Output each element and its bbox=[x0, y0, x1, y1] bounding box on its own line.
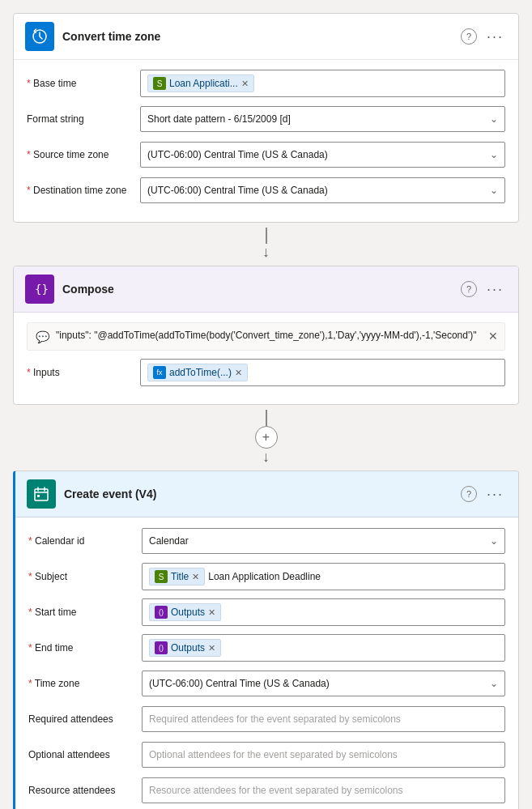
compose-title: Compose bbox=[62, 283, 453, 296]
base-time-input[interactable]: S Loan Applicati... ✕ bbox=[140, 70, 505, 97]
start-time-field[interactable]: () Outputs ✕ bbox=[142, 598, 505, 626]
base-time-label: Base time bbox=[27, 78, 140, 89]
source-tz-arrow: ⌄ bbox=[490, 149, 498, 160]
calendar-icon bbox=[33, 486, 49, 502]
create-event-menu-button[interactable]: ··· bbox=[483, 484, 507, 505]
format-string-row: Format string Short date pattern - 6/15/… bbox=[27, 105, 505, 133]
start-time-label: Start time bbox=[28, 607, 142, 618]
optional-attendees-label: Optional attendees bbox=[28, 749, 142, 760]
end-time-label: End time bbox=[28, 642, 142, 654]
resource-attendees-label: Resource attendees bbox=[28, 785, 142, 796]
end-time-token-remove[interactable]: ✕ bbox=[208, 644, 215, 653]
end-time-token-icon: () bbox=[155, 641, 168, 654]
required-attendees-label: Required attendees bbox=[28, 713, 142, 725]
convert-title: Convert time zone bbox=[62, 30, 453, 43]
create-event-title: Create event (V4) bbox=[64, 488, 453, 500]
source-tz-value: (UTC-06:00) Central Time (US & Canada) bbox=[147, 149, 328, 160]
resource-attendees-field[interactable]: Resource attendees for the event separat… bbox=[142, 777, 505, 803]
time-zone-value: (UTC-06:00) Central Time (US & Canada) bbox=[149, 678, 330, 689]
base-time-token: S Loan Applicati... ✕ bbox=[147, 75, 254, 92]
subject-token-icon: S bbox=[155, 570, 168, 583]
optional-attendees-placeholder: Optional attendees for the event separat… bbox=[149, 749, 398, 760]
required-attendees-field[interactable]: Required attendees for the event separat… bbox=[142, 706, 505, 732]
optional-attendees-row: Optional attendees Optional attendees fo… bbox=[28, 741, 505, 769]
subject-label: Subject bbox=[28, 571, 142, 582]
subject-field[interactable]: S Title ✕ Loan Application Deadline bbox=[142, 563, 505, 590]
base-time-token-remove[interactable]: ✕ bbox=[241, 79, 249, 88]
create-event-header: Create event (V4) ? ··· bbox=[15, 471, 518, 517]
dest-tz-value: (UTC-06:00) Central Time (US & Canada) bbox=[147, 185, 328, 196]
flow-container: Convert time zone ? ··· Base time S Loan… bbox=[0, 0, 532, 809]
svg-text:{}: {} bbox=[35, 283, 48, 296]
connector-line-2 bbox=[266, 410, 267, 426]
compose-header: {} Compose ? ··· bbox=[14, 266, 518, 313]
end-time-token: () Outputs ✕ bbox=[149, 639, 221, 657]
hint-close-button[interactable]: ✕ bbox=[488, 330, 498, 343]
hint-icon: 💬 bbox=[36, 330, 49, 343]
required-attendees-placeholder: Required attendees for the event separat… bbox=[149, 713, 401, 725]
hint-row: 💬 "inputs": "@addToTime(addToTime(body('… bbox=[27, 322, 505, 351]
down-arrow-2: ↓ bbox=[262, 449, 270, 466]
source-tz-row: Source time zone (UTC-06:00) Central Tim… bbox=[27, 141, 505, 168]
base-time-token-icon: S bbox=[153, 77, 166, 90]
compose-icon: {} bbox=[25, 275, 54, 304]
subject-token: S Title ✕ bbox=[149, 568, 205, 585]
start-time-token-remove[interactable]: ✕ bbox=[208, 608, 215, 617]
inputs-token-icon: fx bbox=[153, 366, 166, 379]
subject-extra-text: Loan Application Deadline bbox=[208, 571, 321, 582]
convert-menu-button[interactable]: ··· bbox=[483, 27, 507, 47]
calendar-id-dropdown[interactable]: Calendar ⌄ bbox=[142, 528, 505, 554]
format-string-value: Short date pattern - 6/15/2009 [d] bbox=[147, 113, 291, 125]
connector-line-1 bbox=[266, 228, 267, 244]
source-tz-dropdown[interactable]: (UTC-06:00) Central Time (US & Canada) ⌄ bbox=[140, 142, 505, 168]
end-time-field[interactable]: () Outputs ✕ bbox=[142, 634, 505, 662]
hint-text: "inputs": "@addToTime(addToTime(body('Co… bbox=[56, 330, 496, 341]
convert-help-icon[interactable]: ? bbox=[461, 28, 477, 45]
resource-attendees-row: Resource attendees Resource attendees fo… bbox=[28, 777, 505, 804]
code-braces-icon: {} bbox=[32, 281, 48, 297]
svg-rect-3 bbox=[37, 495, 40, 497]
time-zone-dropdown[interactable]: (UTC-06:00) Central Time (US & Canada) ⌄ bbox=[142, 671, 505, 696]
compose-actions: ? ··· bbox=[461, 279, 507, 300]
source-tz-label: Source time zone bbox=[27, 149, 140, 160]
start-time-token-icon: () bbox=[155, 606, 168, 619]
compose-body: 💬 "inputs": "@addToTime(addToTime(body('… bbox=[14, 313, 518, 404]
inputs-row: Inputs fx addToTime(...) ✕ bbox=[27, 359, 505, 386]
optional-attendees-field[interactable]: Optional attendees for the event separat… bbox=[142, 742, 505, 768]
create-event-help-icon[interactable]: ? bbox=[461, 486, 477, 502]
add-connector: + ↓ bbox=[255, 405, 278, 470]
inputs-field[interactable]: fx addToTime(...) ✕ bbox=[140, 359, 505, 386]
format-string-arrow: ⌄ bbox=[490, 113, 498, 125]
compose-help-icon[interactable]: ? bbox=[461, 281, 477, 297]
dest-tz-row: Destination time zone (UTC-06:00) Centra… bbox=[27, 177, 505, 204]
format-string-label: Format string bbox=[27, 113, 140, 125]
subject-token-remove[interactable]: ✕ bbox=[192, 573, 199, 581]
inputs-token: fx addToTime(...) ✕ bbox=[147, 364, 248, 381]
down-arrow-1: ↓ bbox=[262, 244, 270, 261]
inputs-label: Inputs bbox=[27, 367, 140, 378]
base-time-row: Base time S Loan Applicati... ✕ bbox=[27, 70, 505, 97]
calendar-id-label: Calendar id bbox=[28, 535, 142, 547]
calendar-id-row: Calendar id Calendar ⌄ bbox=[28, 527, 505, 555]
inputs-token-remove[interactable]: ✕ bbox=[235, 368, 242, 377]
resource-attendees-placeholder: Resource attendees for the event separat… bbox=[149, 785, 403, 796]
dest-tz-dropdown[interactable]: (UTC-06:00) Central Time (US & Canada) ⌄ bbox=[140, 177, 505, 203]
time-zone-row: Time zone (UTC-06:00) Central Time (US &… bbox=[28, 670, 505, 697]
compose-card: {} Compose ? ··· 💬 "inputs": "@addToTime… bbox=[13, 266, 519, 405]
calendar-id-arrow: ⌄ bbox=[490, 535, 498, 547]
compose-menu-button[interactable]: ··· bbox=[483, 279, 507, 300]
convert-time-zone-card: Convert time zone ? ··· Base time S Loan… bbox=[13, 13, 519, 223]
create-event-card: Create event (V4) ? ··· Calendar id Cale… bbox=[13, 470, 519, 809]
time-zone-arrow: ⌄ bbox=[490, 678, 498, 689]
start-time-token: () Outputs ✕ bbox=[149, 603, 221, 621]
time-zone-label: Time zone bbox=[28, 678, 142, 689]
clock-icon bbox=[32, 28, 48, 45]
format-string-dropdown[interactable]: Short date pattern - 6/15/2009 [d] ⌄ bbox=[140, 106, 505, 132]
end-time-row: End time () Outputs ✕ bbox=[28, 634, 505, 662]
connector-1: ↓ bbox=[262, 223, 270, 266]
start-time-row: Start time () Outputs ✕ bbox=[28, 598, 505, 626]
create-event-body: Calendar id Calendar ⌄ Subject S Title ✕… bbox=[15, 517, 518, 809]
dest-tz-arrow: ⌄ bbox=[490, 185, 498, 196]
calendar-id-value: Calendar bbox=[149, 535, 189, 547]
add-step-button[interactable]: + bbox=[255, 426, 278, 449]
